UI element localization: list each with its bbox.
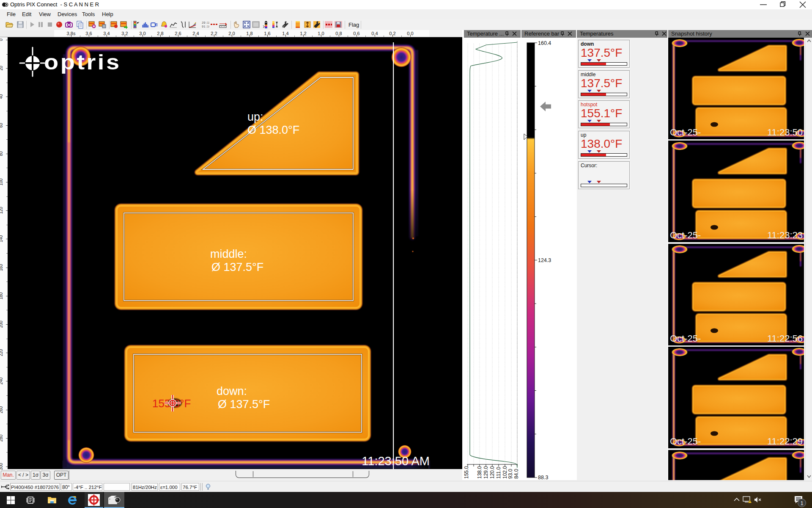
svg-text:Ø 137.5°F: Ø 137.5°F	[218, 398, 270, 411]
svg-text:11:23:50 AM: 11:23:50 AM	[362, 454, 430, 468]
svg-text:Ø 138.0°F: Ø 138.0°F	[247, 124, 299, 136]
svg-text:93.0: 93.0	[508, 469, 513, 479]
svg-text:middle:: middle:	[210, 248, 247, 260]
svg-text:up:: up:	[247, 110, 263, 123]
svg-text:down:: down:	[217, 385, 247, 398]
svg-text:optris: optris	[44, 50, 121, 74]
svg-text:29:18: 29:18	[202, 21, 209, 25]
svg-text:88.3: 88.3	[538, 475, 548, 480]
svg-text:Ø 137.5°F: Ø 137.5°F	[211, 261, 263, 273]
svg-text:91:10: 91:10	[202, 25, 209, 28]
svg-text:120.0: 120.0	[489, 466, 495, 479]
svg-text:138.0: 138.0	[477, 466, 483, 479]
svg-text:160.4: 160.4	[538, 40, 551, 46]
svg-text:124.3: 124.3	[538, 257, 551, 263]
svg-text:129.0: 129.0	[483, 466, 489, 479]
svg-text:111.0: 111.0	[496, 467, 502, 479]
svg-text:102.0: 102.0	[502, 466, 508, 479]
svg-text:155.0: 155.0	[464, 466, 469, 479]
svg-text:84.0: 84.0	[513, 469, 519, 479]
